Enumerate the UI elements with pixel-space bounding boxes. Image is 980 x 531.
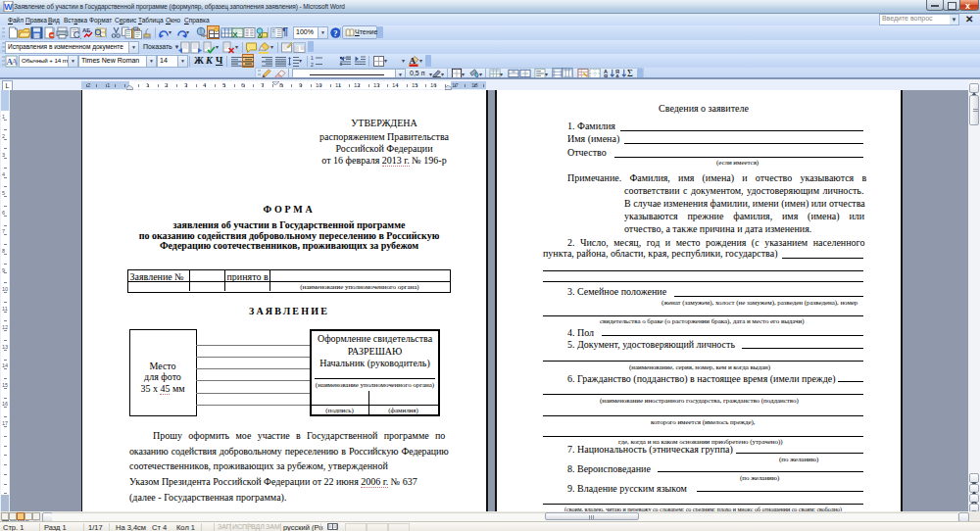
svg-text:1: 1	[311, 55, 314, 61]
svg-text:?: ?	[333, 28, 337, 38]
svg-text:X: X	[232, 30, 238, 39]
svg-text:A: A	[12, 57, 19, 67]
svg-text:АБ: АБ	[82, 27, 91, 33]
svg-text:А: А	[410, 56, 416, 66]
svg-text:W: W	[4, 2, 13, 12]
